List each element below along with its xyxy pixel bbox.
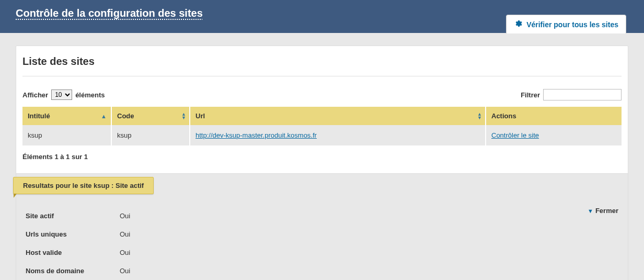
- sort-icon: ▲▼: [181, 113, 186, 120]
- table-info: Éléments 1 à 1 sur 1: [22, 153, 622, 161]
- col-header-actions: Actions: [486, 107, 622, 125]
- sort-asc-icon: ▲: [101, 113, 107, 119]
- close-label: Fermer: [595, 207, 618, 215]
- verify-all-label: Vérifier pour tous les sites: [526, 20, 618, 29]
- result-label: Site actif: [26, 212, 120, 220]
- col-header-label: Url: [196, 112, 205, 120]
- col-header-url[interactable]: Url ▲▼: [190, 107, 486, 125]
- page-title: Contrôle de la configuration des sites: [16, 7, 203, 19]
- page-length-select[interactable]: 10: [51, 89, 72, 100]
- cell-code: ksup: [111, 125, 190, 145]
- result-row: Urls uniques Oui: [26, 225, 618, 243]
- result-row: Noms de domaine Oui: [26, 262, 618, 280]
- result-label: Host valide: [26, 249, 120, 256]
- filter-input[interactable]: [543, 89, 622, 100]
- length-suffix: éléments: [75, 91, 105, 99]
- sort-icon: ▲▼: [477, 113, 482, 120]
- cell-actions: Contrôler le site: [486, 125, 622, 145]
- control-site-link[interactable]: Contrôler le site: [491, 131, 539, 139]
- result-row: Site actif Oui: [26, 207, 618, 225]
- col-header-label: Actions: [491, 112, 516, 120]
- col-header-label: Code: [117, 112, 134, 120]
- gear-icon: [514, 19, 522, 29]
- result-value: Oui: [120, 212, 130, 220]
- site-url-link[interactable]: http://dev-ksup-master.produit.kosmos.fr: [196, 131, 317, 139]
- close-button[interactable]: ▼ Fermer: [588, 207, 618, 215]
- col-header-intitule[interactable]: Intitulé ▲: [22, 107, 111, 125]
- col-header-label: Intitulé: [28, 112, 50, 120]
- result-row: Host valide Oui: [26, 243, 618, 262]
- col-header-code[interactable]: Code ▲▼: [111, 107, 190, 125]
- length-prefix: Afficher: [22, 91, 48, 99]
- cell-intitule: ksup: [22, 125, 111, 145]
- results-tab: Resultats pour le site ksup : Site actif: [13, 177, 154, 194]
- result-value: Oui: [120, 249, 130, 256]
- verify-all-button[interactable]: Vérifier pour tous les sites: [506, 15, 626, 33]
- result-label: Urls uniques: [26, 230, 120, 238]
- panel-title: Liste des sites: [22, 55, 622, 76]
- result-value: Oui: [120, 267, 130, 275]
- table-row: ksup ksup http://dev-ksup-master.produit…: [22, 125, 622, 145]
- filter-label: Filtrer: [521, 91, 540, 99]
- cell-url: http://dev-ksup-master.produit.kosmos.fr: [190, 125, 486, 145]
- result-label: Noms de domaine: [26, 267, 120, 275]
- result-value: Oui: [120, 230, 130, 238]
- chevron-down-icon: ▼: [588, 208, 593, 214]
